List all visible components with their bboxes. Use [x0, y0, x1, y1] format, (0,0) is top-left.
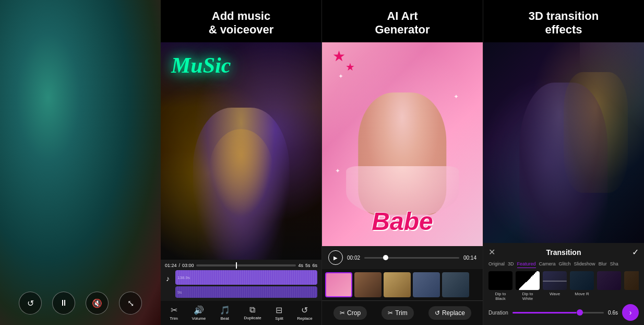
- track-bpm: 138.9s: [177, 275, 190, 280]
- beat-icon: 🎵: [220, 305, 230, 315]
- duration-row: Duration 0.6s ›: [488, 304, 639, 321]
- transition-grid: Dip toBlack Dip toWhite Wave Move R: [488, 271, 639, 301]
- music-neon-text: MuSic: [171, 53, 231, 78]
- tab-3d[interactable]: 3D: [508, 260, 514, 268]
- replace-button[interactable]: ↺ Replace: [428, 306, 471, 320]
- star-icon-2: ★: [345, 61, 355, 73]
- wave-thumb: [543, 271, 567, 290]
- panel-video-player: ↺ ⏸ 🔇 ⤡: [0, 0, 161, 325]
- tick-5s: 5s: [305, 263, 311, 268]
- replace-icon: ↺: [301, 305, 308, 315]
- confirm-button[interactable]: ✓: [632, 247, 639, 257]
- duplicate-label: Duplicate: [244, 316, 261, 320]
- move-r-label: Move R: [575, 292, 589, 296]
- filmstrip: [322, 269, 483, 300]
- trans-cell-move-r[interactable]: Move R: [570, 271, 594, 301]
- dip-white-thumb: [516, 271, 540, 290]
- trans-cell-6[interactable]: [624, 271, 639, 301]
- trim-button[interactable]: ✂ Trim: [381, 306, 414, 320]
- tab-camera[interactable]: Camera: [539, 260, 556, 268]
- play-button[interactable]: ▶: [328, 250, 343, 265]
- film-thumb-5[interactable]: [442, 272, 469, 297]
- sparkle-1: ✦: [338, 73, 343, 80]
- panel-transition-editor: 3D transitioneffects ✕ Transition ✓ Orig…: [483, 0, 644, 325]
- refresh-button[interactable]: ↺: [19, 292, 42, 315]
- replace-label-2: Replace: [442, 309, 465, 317]
- tab-glitch[interactable]: Glitch: [559, 260, 571, 268]
- dip-white-label: Dip toWhite: [522, 292, 533, 301]
- film-thumb-4[interactable]: [413, 272, 440, 297]
- dip-black-label: Dip toBlack: [495, 292, 506, 301]
- transition-content-image: [483, 42, 644, 243]
- trans-cell-dip-white[interactable]: Dip toWhite: [516, 271, 540, 301]
- barbie-content-area: ★ ★ ✦ ✦ ✦ Babe: [322, 42, 483, 246]
- trans-cell-dip-black[interactable]: Dip toBlack: [488, 271, 512, 301]
- total-time: 03:00: [182, 263, 194, 268]
- tab-original[interactable]: Original: [488, 260, 505, 268]
- duplicate-tool[interactable]: ⧉ Duplicate: [244, 305, 261, 321]
- playback-bar: ▶ 00:02 00:14: [322, 246, 483, 269]
- singer-body: [209, 129, 273, 216]
- trim-tool[interactable]: ✂ Trim: [170, 305, 178, 321]
- duration-knob: [577, 309, 583, 316]
- music-note-icon: ♪: [166, 274, 170, 283]
- trim-icon: ✂: [171, 305, 177, 315]
- duplicate-icon: ⧉: [249, 305, 255, 315]
- page-curl: [580, 42, 644, 163]
- film-thumb-1[interactable]: [325, 272, 352, 297]
- trim-icon-2: ✂: [388, 309, 393, 317]
- playback-dot: [383, 255, 388, 260]
- duration-value: 0.6s: [608, 310, 618, 316]
- transition-panel: ✕ Transition ✓ Original 3D Featured Came…: [483, 243, 644, 325]
- panel-3-title: AI ArtGenerator: [364, 0, 440, 42]
- duration-label: Duration: [488, 310, 508, 316]
- apply-button[interactable]: ›: [622, 304, 639, 321]
- trim-label: Trim: [170, 316, 178, 321]
- track-bpm-2: 9s: [177, 290, 182, 295]
- sparkle-3: ✦: [335, 167, 340, 175]
- trans-cell-5[interactable]: [597, 271, 621, 301]
- transition-tabs: Original 3D Featured Camera Glitch Slide…: [488, 260, 639, 268]
- split-tool[interactable]: ⊟ Split: [275, 305, 283, 321]
- wave-label: Wave: [550, 292, 560, 296]
- playback-progress[interactable]: [364, 257, 459, 259]
- tab-slideshow[interactable]: Slideshow: [574, 260, 595, 268]
- beat-tool[interactable]: 🎵 Beat: [220, 305, 230, 321]
- film-thumb-3[interactable]: [384, 272, 411, 297]
- replace-icon-2: ↺: [435, 309, 440, 317]
- transition-panel-title: Transition: [495, 248, 632, 257]
- replace-tool[interactable]: ↺ Replace: [297, 305, 312, 321]
- fullscreen-button[interactable]: ⤡: [119, 292, 142, 315]
- film-thumb-2[interactable]: [354, 272, 381, 297]
- total-time-sep: /: [179, 263, 181, 268]
- panel-ai-art: AI ArtGenerator ★ ★ ✦ ✦ ✦ Babe ▶ 00:02 0…: [321, 0, 483, 325]
- panel-2-title: Add music& voiceover: [198, 0, 284, 42]
- tab-blur[interactable]: Blur: [599, 260, 607, 268]
- pause-button[interactable]: ⏸: [52, 292, 75, 315]
- audio-tracks-container: ♪ 138.9s 9s: [165, 270, 317, 298]
- current-time-display: 00:02: [347, 255, 360, 261]
- volume-label: Volume: [192, 316, 206, 321]
- timeline-bar: 01:24 / 03:00 4s 5s 6s: [165, 263, 317, 268]
- panel-2-content-image: MuSic: [161, 42, 321, 260]
- action-buttons-bar: ✂ Crop ✂ Trim ↺ Replace: [322, 300, 483, 325]
- crop-label: Crop: [347, 309, 361, 317]
- volume-icon: 🔊: [194, 305, 204, 315]
- trans-cell-wave[interactable]: Wave: [543, 271, 567, 301]
- tab-sha[interactable]: Sha: [610, 260, 618, 268]
- crop-button[interactable]: ✂ Crop: [333, 306, 367, 320]
- panel-music-editor: Add music& voiceover MuSic 01:24 / 03:00…: [161, 0, 321, 325]
- editor-toolbar: ✂ Trim 🔊 Volume 🎵 Beat ⧉ Duplicate ⊟ Spl…: [161, 301, 321, 325]
- panel-4-title: 3D transitioneffects: [518, 0, 609, 42]
- duration-slider[interactable]: [512, 312, 604, 314]
- beat-label: Beat: [221, 316, 229, 321]
- video-controls: ↺ ⏸ 🔇 ⤡: [0, 292, 161, 315]
- mute-button[interactable]: 🔇: [86, 292, 109, 315]
- timeline-track[interactable]: [196, 264, 296, 266]
- volume-tool[interactable]: 🔊 Volume: [192, 305, 206, 321]
- audio-track-2[interactable]: 9s: [175, 286, 317, 298]
- tab-featured[interactable]: Featured: [517, 260, 536, 268]
- trans-thumb-6: [624, 271, 639, 290]
- audio-track-1[interactable]: 138.9s: [175, 270, 317, 285]
- close-button[interactable]: ✕: [488, 247, 495, 257]
